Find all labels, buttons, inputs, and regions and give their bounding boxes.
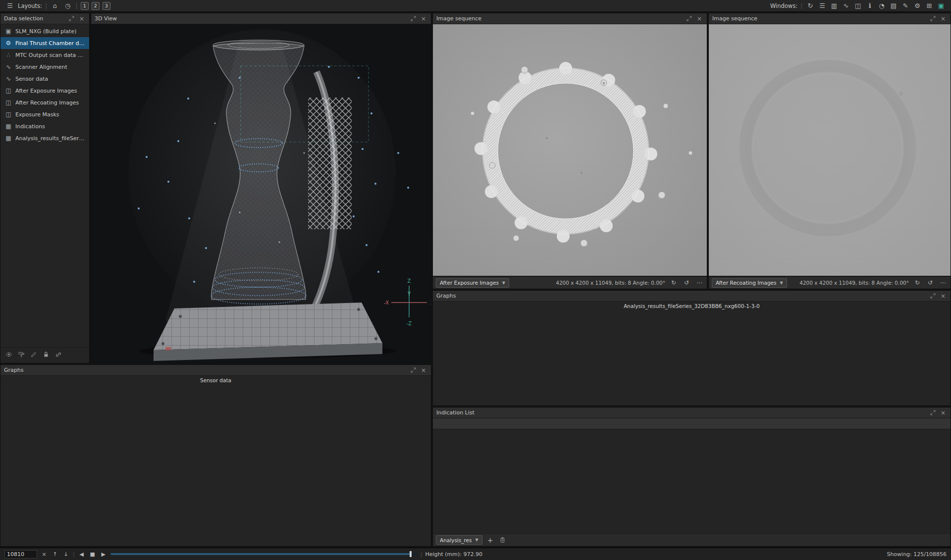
svg-text:X: X <box>430 300 431 305</box>
image-source-dropdown[interactable]: After Exposure Images▼ <box>436 278 509 288</box>
images-icon: ◫ <box>5 87 12 94</box>
panel-title: Indication List <box>436 409 475 416</box>
expand-icon[interactable] <box>67 15 75 23</box>
chart-title: Sensor data <box>0 376 431 384</box>
status-bar: × ↑ ↓ | ◀ ■ ▶ | Height (mm): 972.90 Show… <box>0 548 951 560</box>
analysis-graphs-panel: Graphs × Analysis_results_fileSeries_32D… <box>432 290 951 406</box>
data-selection-list: ▣SLM_NXG (Build plate)⚙Final Thrust Cham… <box>0 24 89 144</box>
line-chart-icon: ∿ <box>5 75 12 82</box>
menu-list-icon[interactable]: ☰ <box>817 1 827 10</box>
close-icon[interactable]: × <box>420 366 427 374</box>
table-icon: ▦ <box>5 135 12 142</box>
rotate-cw-icon[interactable]: ↻ <box>913 278 922 287</box>
rotate-ccw-icon[interactable]: ↺ <box>682 278 691 287</box>
step-back-icon[interactable]: ◀ <box>78 550 86 558</box>
panel-title: Image sequence <box>712 15 757 22</box>
home-icon[interactable]: ⌂ <box>50 1 60 10</box>
sidebar-item[interactable]: ∿Scanner Alignment <box>0 61 89 73</box>
image-meta: 4200 x 4200 x 11049, bits: 8 Angle: 0.00… <box>556 280 665 286</box>
chart-icon[interactable]: ∿ <box>841 1 851 10</box>
windows-label: Windows: <box>770 2 797 9</box>
indication-table-header <box>433 418 951 429</box>
3d-viewport[interactable]: Z Y X -X -Z <box>91 24 431 363</box>
images-icon: ◫ <box>5 111 12 118</box>
sidebar-item[interactable]: ∿Sensor data <box>0 73 89 85</box>
sidebar-item[interactable]: ∴MTC Output scan data (h... <box>0 49 89 61</box>
info-icon[interactable]: ℹ <box>865 1 875 10</box>
build-plate <box>154 303 382 361</box>
sample-input[interactable] <box>4 550 37 559</box>
layout-slot-3[interactable]: 3 <box>103 2 110 10</box>
layouts-label: Layouts: <box>18 2 42 9</box>
more-options-icon[interactable]: ⋯ <box>695 278 704 287</box>
sidebar-item[interactable]: ▣SLM_NXG (Build plate) <box>0 25 89 37</box>
image-source-dropdown[interactable]: After Recoating Images▼ <box>712 278 787 288</box>
expand-icon[interactable] <box>929 409 937 417</box>
recoating-image-view[interactable] <box>709 24 951 276</box>
sidebar-item[interactable]: ▦Analysis_results_fileSerie... <box>0 132 89 144</box>
indication-footer: Analysis_res▼ + <box>433 533 951 546</box>
windows-icon[interactable]: ◫ <box>853 1 863 10</box>
rotate-ccw-icon[interactable]: ↺ <box>926 278 935 287</box>
split-columns-icon[interactable]: ▥ <box>829 1 839 10</box>
sensor-graphs-panel: Graphs × Sensor data <box>0 364 431 547</box>
hamburger-menu-icon[interactable]: ☰ <box>5 1 15 10</box>
close-icon[interactable]: × <box>78 15 86 23</box>
screen-icon[interactable]: ▣ <box>936 1 946 10</box>
panel-title: Graphs <box>4 367 23 373</box>
close-icon[interactable]: × <box>939 292 947 300</box>
clear-sample-icon[interactable]: × <box>40 550 48 558</box>
step-up-icon[interactable]: ↑ <box>51 550 59 558</box>
images-icon: ◫ <box>5 99 12 106</box>
expand-icon[interactable] <box>409 15 417 23</box>
lock-icon[interactable] <box>43 351 50 360</box>
3d-render: Z Y X -X -Z <box>91 24 431 363</box>
gear-icon: ⚙ <box>5 40 12 47</box>
expand-icon[interactable] <box>685 15 693 23</box>
play-icon[interactable]: ▶ <box>100 550 107 558</box>
step-down-icon[interactable]: ↓ <box>62 550 70 558</box>
sidebar-item[interactable]: ▦Indications <box>0 120 89 132</box>
add-indication-button[interactable]: + <box>486 536 495 545</box>
close-icon[interactable]: × <box>420 15 427 23</box>
close-icon[interactable]: × <box>695 15 703 23</box>
scan-dots-icon: ∴ <box>5 51 12 58</box>
grid-layout-icon[interactable]: ⊞ <box>924 1 934 10</box>
dataset-dropdown[interactable]: Analysis_res▼ <box>436 535 482 545</box>
build-plate-icon: ▣ <box>5 28 12 35</box>
more-options-icon[interactable]: ⋯ <box>939 278 948 287</box>
sidebar-item[interactable]: ◫After Recoating Images <box>0 97 89 108</box>
edit-icon[interactable]: ✎ <box>900 1 910 10</box>
layout-slot-1[interactable]: 1 <box>81 2 89 10</box>
svg-text:Z: Z <box>408 278 411 284</box>
indication-list-panel: Indication List × Analysis_res▼ + <box>432 407 951 547</box>
close-icon[interactable]: × <box>939 409 947 417</box>
expand-icon[interactable] <box>409 366 417 374</box>
copy-list-button[interactable] <box>498 536 507 545</box>
edit-icon[interactable] <box>30 351 37 360</box>
sample-slider[interactable] <box>110 551 418 558</box>
paint-icon[interactable] <box>18 351 25 360</box>
layout-slot-2[interactable]: 2 <box>92 2 100 10</box>
panel-icon[interactable]: ▤ <box>889 1 898 10</box>
link-icon[interactable] <box>55 351 62 360</box>
reset-layout-icon[interactable]: ↻ <box>805 1 815 10</box>
exposure-image-view[interactable] <box>433 24 707 276</box>
show-icon[interactable] <box>5 351 12 360</box>
close-icon[interactable]: × <box>939 15 947 23</box>
sidebar-item[interactable]: ⚙Final Thrust Chamber de... <box>0 37 89 49</box>
line-chart-icon: ∿ <box>5 63 12 70</box>
sidebar-item[interactable]: ◫Exposure Masks <box>0 108 89 120</box>
rotate-cw-icon[interactable]: ↻ <box>669 278 678 287</box>
chart-title: Analysis_results_fileSeries_32D83BB6_nxg… <box>433 302 951 310</box>
svg-text:Y: Y <box>407 291 411 297</box>
stop-icon[interactable]: ■ <box>89 550 97 558</box>
history-icon[interactable]: ◷ <box>63 1 73 10</box>
data-selection-panel: Data selection × ▣SLM_NXG (Build plate)⚙… <box>0 13 90 363</box>
expand-icon[interactable] <box>929 292 937 300</box>
sidebar-item[interactable]: ◫After Exposure Images <box>0 85 89 97</box>
globe-icon[interactable]: ◔ <box>877 1 887 10</box>
showing-count: Showing: 125/108856 <box>887 551 947 558</box>
expand-icon[interactable] <box>929 15 937 23</box>
settings-icon[interactable]: ⚙ <box>912 1 922 10</box>
